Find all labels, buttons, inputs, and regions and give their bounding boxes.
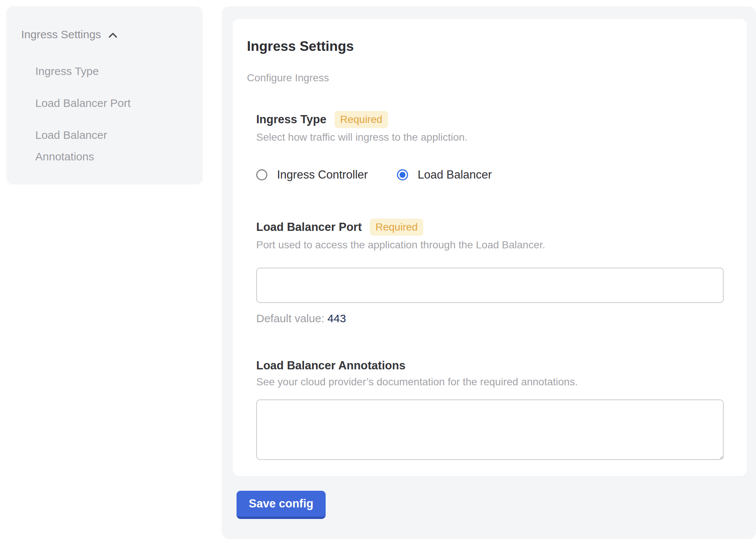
load-balancer-port-description: Port used to access the application thro… (256, 239, 724, 251)
required-badge: Required (370, 219, 423, 236)
radio-icon[interactable] (256, 169, 267, 180)
load-balancer-port-input[interactable] (256, 268, 724, 303)
default-value-label: Default value: (256, 312, 324, 324)
page-subtitle: Configure Ingress (247, 72, 724, 84)
radio-label: Load Balancer (418, 168, 492, 182)
ingress-type-radio-group: Ingress Controller Load Balancer (256, 168, 724, 182)
section-load-balancer-port: Load Balancer Port Required Port used to… (256, 219, 724, 325)
ingress-type-label-row: Ingress Type Required (256, 111, 724, 128)
section-ingress-type: Ingress Type Required Select how traffic… (256, 111, 724, 182)
radio-option-load-balancer[interactable]: Load Balancer (397, 168, 492, 182)
page-title: Ingress Settings (247, 38, 724, 55)
default-value-hint: Default value: 443 (256, 312, 724, 325)
sidebar-item-ingress-type[interactable]: Ingress Type (35, 61, 150, 82)
sidebar-item-list: Ingress Type Load Balancer Port Load Bal… (35, 61, 150, 167)
load-balancer-port-label: Load Balancer Port (256, 220, 362, 234)
load-balancer-annotations-textarea[interactable] (256, 399, 724, 460)
default-value: 443 (328, 312, 346, 324)
settings-sidebar: Ingress Settings Ingress Type Load Balan… (6, 6, 203, 184)
load-balancer-port-label-row: Load Balancer Port Required (256, 219, 724, 236)
ingress-type-description: Select how traffic will ingress to the a… (256, 131, 724, 144)
sidebar-item-load-balancer-annotations[interactable]: Load Balancer Annotations (35, 124, 150, 167)
required-badge: Required (335, 111, 388, 128)
sidebar-section-label: Ingress Settings (21, 28, 101, 41)
radio-icon[interactable] (397, 169, 408, 180)
radio-label: Ingress Controller (277, 168, 368, 182)
save-config-button[interactable]: Save config (237, 491, 326, 519)
chevron-up-icon (107, 29, 119, 41)
sidebar-item-load-balancer-port[interactable]: Load Balancer Port (35, 92, 150, 114)
load-balancer-annotations-description: See your cloud provider’s documentation … (256, 376, 724, 388)
main-panel: Ingress Settings Configure Ingress Ingre… (222, 6, 756, 539)
ingress-type-label: Ingress Type (256, 112, 326, 127)
load-balancer-annotations-label-row: Load Balancer Annotations (256, 359, 724, 373)
sidebar-section-ingress-settings[interactable]: Ingress Settings (21, 28, 188, 41)
radio-option-ingress-controller[interactable]: Ingress Controller (256, 168, 368, 182)
section-load-balancer-annotations: Load Balancer Annotations See your cloud… (256, 359, 724, 460)
load-balancer-annotations-label: Load Balancer Annotations (256, 359, 405, 373)
ingress-settings-card: Ingress Settings Configure Ingress Ingre… (233, 19, 747, 476)
